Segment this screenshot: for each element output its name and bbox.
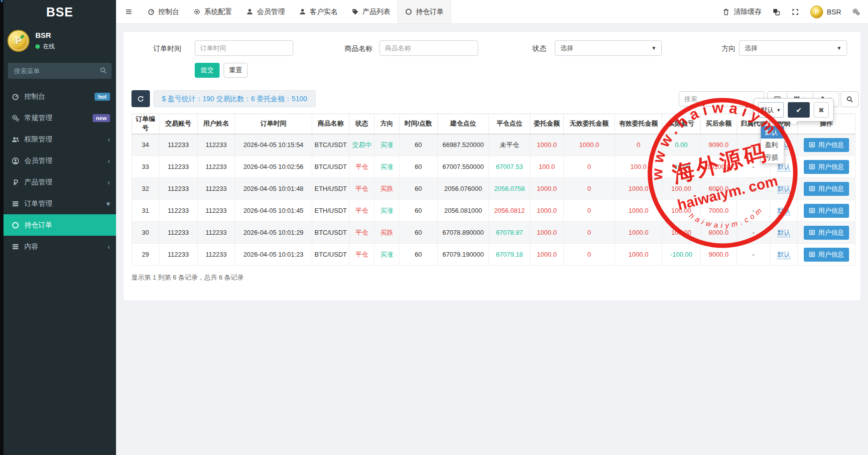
bars-icon bbox=[125, 8, 132, 15]
column-header[interactable]: 实际盈亏 bbox=[662, 114, 701, 134]
table-cell: 34 bbox=[142, 141, 149, 149]
control-editable-link[interactable]: 默认 bbox=[777, 185, 790, 193]
user-info-button[interactable]: 用户信息 bbox=[804, 160, 849, 174]
user-menu[interactable]: BSR bbox=[810, 5, 841, 18]
sidebar-item-控制台[interactable]: 控制台 hot bbox=[3, 86, 116, 107]
user-info-button[interactable]: 用户信息 bbox=[804, 182, 849, 196]
popover-cancel-button[interactable]: ✖ bbox=[814, 102, 829, 118]
control-editable-link[interactable]: 默认 bbox=[777, 207, 790, 215]
table-cell: 9000.0 bbox=[709, 251, 729, 258]
sidebar-item-持仓订单[interactable]: 持仓订单 bbox=[3, 214, 116, 236]
sidebar-item-订单管理[interactable]: 订单管理 ▾ bbox=[3, 193, 116, 214]
table-cell: 1000.0 bbox=[537, 229, 557, 236]
popover-select[interactable]: 默认 ▼ bbox=[758, 102, 784, 118]
table-search-button[interactable] bbox=[841, 91, 859, 107]
status-select[interactable]: 选择 ▼ bbox=[555, 40, 662, 56]
product-name-input[interactable] bbox=[379, 40, 478, 56]
sidebar-item-内容[interactable]: 内容 ‹ bbox=[3, 236, 116, 257]
dropdown-option-亏损[interactable]: 亏损 bbox=[761, 151, 784, 163]
dropdown-option-盈利[interactable]: 盈利 bbox=[761, 139, 784, 151]
column-header[interactable]: 方向 bbox=[374, 114, 399, 134]
sidebar-toggle-button[interactable] bbox=[117, 0, 140, 23]
direction-select[interactable]: 选择 ▼ bbox=[739, 40, 847, 56]
nav-item-控制台[interactable]: 控制台 bbox=[140, 0, 186, 23]
table-cell: 买涨 bbox=[380, 251, 393, 258]
clear-cache-button[interactable]: 清除缓存 bbox=[722, 7, 761, 16]
nav-item-label: 持仓订单 bbox=[416, 7, 444, 16]
table-row: 301122331122332026-04-05 10:01:29BTC/USD… bbox=[132, 222, 856, 244]
fullscreen-button[interactable] bbox=[791, 8, 799, 16]
table-cell: 2056.081000 bbox=[444, 207, 482, 214]
table-cell: 112233 bbox=[168, 185, 189, 192]
chevron-left-icon: ‹ bbox=[108, 242, 110, 251]
column-header[interactable]: 平仓点位 bbox=[489, 114, 530, 134]
sidebar-item-产品管理[interactable]: 产品管理 ‹ bbox=[3, 171, 116, 193]
table-cell: BTC/USDT bbox=[315, 141, 347, 149]
trash-icon bbox=[722, 8, 730, 16]
settings-button[interactable] bbox=[852, 8, 860, 16]
table-cell: 2056.076000 bbox=[444, 185, 482, 192]
column-header[interactable]: 买后余额 bbox=[701, 114, 737, 134]
sidebar-item-会员管理[interactable]: 会员管理 ‹ bbox=[3, 150, 116, 171]
table-cell: 112233 bbox=[168, 251, 189, 258]
table-cell: 67007.550000 bbox=[442, 163, 484, 170]
refresh-button[interactable] bbox=[131, 90, 150, 107]
direction-select-value: 选择 bbox=[744, 44, 757, 53]
table-row: 321122331122332026-04-05 10:01:48ETH/USD… bbox=[132, 178, 856, 200]
table-cell: 1000.0 bbox=[537, 185, 557, 192]
column-header[interactable]: 建仓点位 bbox=[438, 114, 489, 134]
gear-icon bbox=[193, 8, 201, 15]
sidebar-search-input[interactable] bbox=[8, 63, 112, 79]
column-header[interactable]: 无效委托金额 bbox=[564, 114, 615, 134]
chevron-left-icon: ‹ bbox=[108, 135, 110, 144]
user-info-button[interactable]: 用户信息 bbox=[804, 204, 849, 218]
column-header[interactable]: 用户姓名 bbox=[198, 114, 235, 134]
table-cell: 29 bbox=[142, 251, 149, 258]
nav-item-持仓订单[interactable]: 持仓订单 bbox=[397, 0, 451, 23]
control-editable-link[interactable]: 默认 bbox=[777, 229, 790, 237]
badge-hot: hot bbox=[95, 93, 110, 101]
control-editable-link[interactable]: 默认 bbox=[777, 251, 790, 259]
table-search-input[interactable] bbox=[679, 91, 764, 107]
language-button[interactable] bbox=[772, 8, 780, 16]
table-cell: - bbox=[752, 141, 754, 149]
order-time-input[interactable] bbox=[195, 40, 293, 56]
column-header[interactable]: 交易账号 bbox=[159, 114, 198, 134]
column-header[interactable]: 时间/点数 bbox=[399, 114, 438, 134]
user-info-button[interactable]: 用户信息 bbox=[804, 226, 849, 240]
column-header[interactable]: 有效委托金额 bbox=[615, 114, 662, 134]
table-cell: 60 bbox=[415, 251, 422, 258]
popover-dropdown: 默认盈利亏损 bbox=[760, 126, 784, 164]
content-area: 订单时间 商品名称 状态 选择 ▼ 方向 选择 ▼ 提交 重置 $ 盈亏统计：1… bbox=[116, 24, 868, 455]
list-alt-icon bbox=[809, 185, 815, 192]
sidebar-item-label: 内容 bbox=[24, 242, 108, 251]
nav-item-产品列表[interactable]: 产品列表 bbox=[345, 0, 397, 23]
table-cell: 2026-04-05 10:01:23 bbox=[244, 251, 304, 258]
nav-item-客户实名[interactable]: 客户实名 bbox=[292, 0, 345, 23]
table-cell: 买涨 bbox=[380, 141, 393, 149]
submit-button[interactable]: 提交 bbox=[195, 63, 220, 78]
table-cell: 67078.87 bbox=[496, 229, 523, 236]
column-header[interactable]: 状态 bbox=[350, 114, 374, 134]
table-cell: 31 bbox=[142, 207, 149, 214]
reset-button[interactable]: 重置 bbox=[224, 63, 248, 78]
column-header[interactable]: 订单时间 bbox=[235, 114, 312, 134]
column-header[interactable]: 商品名称 bbox=[312, 114, 350, 134]
dropdown-option-默认[interactable]: 默认 bbox=[761, 126, 784, 139]
table-cell: - bbox=[752, 229, 754, 236]
table-cell: 100.0 bbox=[539, 163, 555, 170]
user-info-button[interactable]: 用户信息 bbox=[804, 248, 849, 262]
chevron-down-icon: ▾ bbox=[106, 199, 110, 208]
sidebar-item-常规管理[interactable]: 常规管理 new bbox=[3, 107, 116, 129]
column-header[interactable]: 委托金额 bbox=[530, 114, 564, 134]
column-header[interactable]: 订单编号 bbox=[132, 114, 159, 134]
chevron-left-icon: ‹ bbox=[108, 156, 110, 165]
cogs-icon bbox=[852, 8, 860, 16]
user-info-button[interactable]: 用户信息 bbox=[804, 138, 849, 152]
popover-confirm-button[interactable]: ✔ bbox=[788, 102, 810, 118]
nav-item-系统配置[interactable]: 系统配置 bbox=[186, 0, 239, 23]
ucircle-icon bbox=[11, 157, 19, 165]
nav-item-会员管理[interactable]: 会员管理 bbox=[239, 0, 292, 23]
control-editable-link[interactable]: 默认 bbox=[777, 163, 790, 171]
sidebar-item-权限管理[interactable]: 权限管理 ‹ bbox=[3, 129, 116, 150]
